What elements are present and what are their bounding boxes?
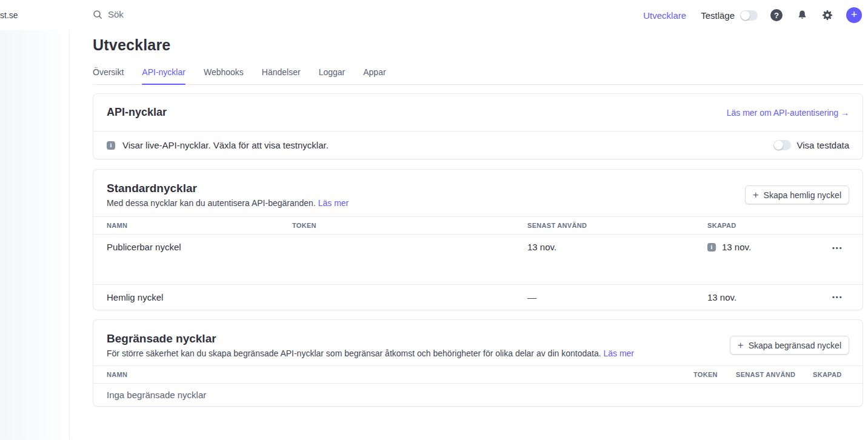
col-namn: NAMN [107,222,292,229]
key-created: i 13 nov. [707,242,832,252]
tab-bar: Översikt API-nycklar Webhooks Händelser … [93,67,863,85]
col-skapad: SKAPAD [707,222,832,229]
tab-api-nycklar[interactable]: API-nycklar [142,67,185,84]
restricted-keys-table-header: NAMN TOKEN SENAST ANVÄND SKAPAD [93,365,863,384]
create-restricted-key-label: Skapa begränsad nyckel [749,341,841,350]
overflow-menu-icon[interactable]: ••• [832,245,849,252]
topbar: st.se Sök Utvecklare Testläge ? [0,0,868,30]
standard-keys-card: Standardnycklar Med dessa nycklar kan du… [93,169,863,310]
developers-link[interactable]: Utvecklare [643,10,686,21]
account-name[interactable]: st.se [0,10,18,20]
view-test-data-label: Visa testdata [797,140,849,150]
col-senast-anvand: SENAST ANVÄND [736,371,813,378]
api-keys-card-title: API-nycklar [107,106,167,119]
tab-oversikt[interactable]: Översikt [93,67,124,84]
col-token: TOKEN [292,222,527,229]
restricted-keys-description: För större säkerhet kan du skapa begräns… [107,348,634,358]
view-test-data-toggle[interactable] [773,140,791,150]
info-icon[interactable]: i [707,243,716,252]
standard-keys-description: Med dessa nycklar kan du autentisera API… [107,198,349,208]
collapsed-sidebar [0,30,70,440]
overflow-menu-icon[interactable]: ••• [832,294,849,301]
table-row: Publicerbar nyckel 13 nov. i 13 nov. ••• [93,235,863,285]
standard-keys-title: Standardnycklar [107,182,349,195]
col-skapad: SKAPAD [813,371,849,378]
create-secret-key-button[interactable]: + Skapa hemlig nyckel [745,185,849,204]
main-content: Utvecklare Översikt API-nycklar Webhooks… [93,36,863,407]
help-icon[interactable]: ? [770,8,783,22]
plus-icon: + [753,190,759,200]
key-created: 13 nov. [707,292,832,302]
search-icon [93,10,102,19]
search-input[interactable]: Sök [93,9,124,19]
create-new-button[interactable]: + [846,7,862,23]
empty-state-text: Inga begränsade nycklar [107,390,206,400]
key-last-used: — [527,292,707,302]
standard-keys-table-header: NAMN TOKEN SENAST ANVÄND SKAPAD [93,216,863,235]
col-senast-anvand: SENAST ANVÄND [527,222,707,229]
key-name: Publicerbar nyckel [107,242,292,252]
tab-appar[interactable]: Appar [363,67,386,84]
standard-keys-description-text: Med dessa nycklar kan du autentisera API… [107,198,316,208]
create-secret-key-label: Skapa hemlig nyckel [764,190,841,200]
key-created-date: 13 nov. [722,242,751,252]
page-title: Utvecklare [93,36,863,54]
notifications-bell-icon[interactable] [795,8,809,22]
table-row: Hemlig nyckel — 13 nov. ••• [93,285,863,310]
test-mode-control: Testläge [701,10,758,21]
restricted-keys-learn-more-link[interactable]: Läs mer [603,348,634,358]
topbar-actions: Utvecklare Testläge ? + [643,0,862,30]
live-keys-info-text: Visar live-API-nycklar. Växla för att vi… [122,140,329,150]
key-last-used: 13 nov. [527,242,707,252]
info-icon: i [107,141,115,150]
settings-gear-icon[interactable] [821,8,834,22]
api-keys-card: API-nycklar Läs mer om API-autentisering… [93,93,863,159]
tab-webhooks[interactable]: Webhooks [204,67,244,84]
restricted-keys-title: Begränsade nycklar [107,332,634,345]
restricted-keys-card: Begränsade nycklar För större säkerhet k… [93,319,863,407]
key-name: Hemlig nyckel [107,292,292,302]
search-placeholder: Sök [108,9,124,19]
test-mode-toggle[interactable] [740,10,758,21]
tab-handelser[interactable]: Händelser [262,67,301,84]
tab-loggar[interactable]: Loggar [319,67,346,84]
col-token: TOKEN [693,371,736,378]
plus-icon: + [738,340,744,350]
empty-row: Inga begränsade nycklar [93,384,863,406]
restricted-keys-description-text: För större säkerhet kan du skapa begräns… [107,348,601,358]
standard-keys-learn-more-link[interactable]: Läs mer [318,198,349,208]
api-auth-learn-more-link[interactable]: Läs mer om API-autentisering → [727,108,849,118]
create-restricted-key-button[interactable]: + Skapa begränsad nyckel [730,336,849,355]
col-namn: NAMN [107,371,693,378]
test-mode-label: Testläge [701,10,735,21]
